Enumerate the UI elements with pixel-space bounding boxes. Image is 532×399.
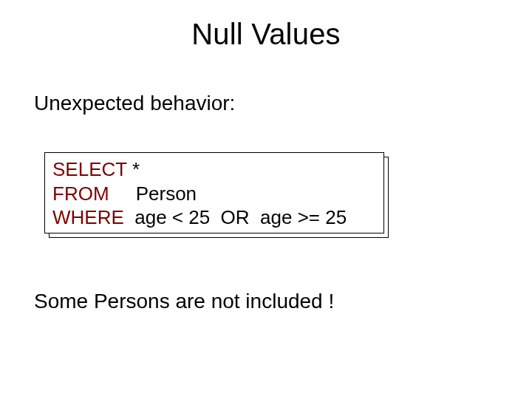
- code-line-2: FROM Person: [52, 182, 376, 206]
- slide-title: Null Values: [0, 18, 532, 51]
- footer-note: Some Persons are not included !: [34, 290, 334, 313]
- sql-keyword-from: FROM: [52, 183, 109, 205]
- sql-text-where: age < 25 OR age >= 25: [124, 206, 347, 228]
- sql-text-from: Person: [109, 183, 197, 205]
- codebox: SELECT * FROM Person WHERE age < 25 OR a…: [44, 152, 384, 233]
- sql-text-select: *: [127, 158, 140, 180]
- sql-codebox: SELECT * FROM Person WHERE age < 25 OR a…: [44, 152, 384, 233]
- code-line-1: SELECT *: [52, 157, 376, 182]
- code-line-3: WHERE age < 25 OR age >= 25: [52, 205, 376, 230]
- sql-keyword-where: WHERE: [52, 206, 124, 228]
- slide: Null Values Unexpected behavior: SELECT …: [0, 0, 532, 399]
- subhead-text: Unexpected behavior:: [34, 92, 235, 115]
- sql-keyword-select: SELECT: [52, 158, 127, 180]
